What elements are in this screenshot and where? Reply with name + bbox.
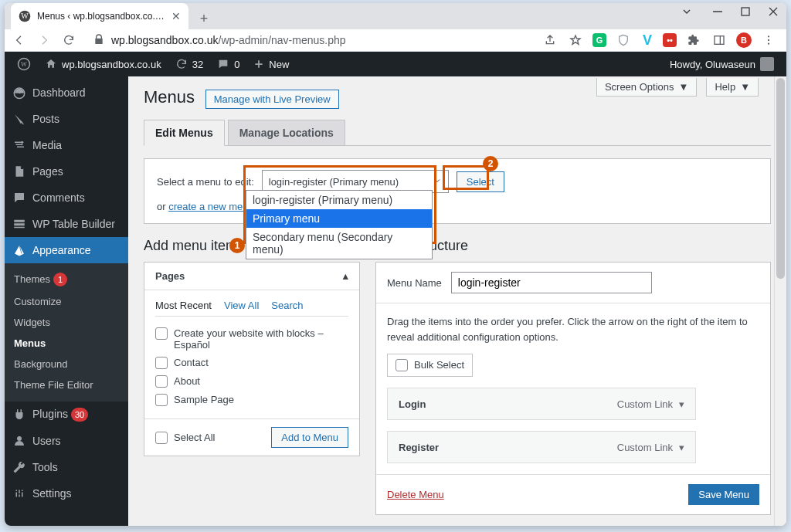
- shield-icon[interactable]: [615, 32, 632, 49]
- vimeo-icon[interactable]: V: [640, 33, 654, 47]
- sidebar-item-plugins[interactable]: Plugins30: [5, 402, 128, 428]
- maximize-icon[interactable]: [740, 6, 751, 17]
- tab-edit-menus[interactable]: Edit Menus: [144, 120, 225, 146]
- tab-title: Menus ‹ wp.blogsandbox.co.uk – ...: [37, 11, 165, 22]
- page-option-label: Create your website with blocks – Españo…: [174, 327, 348, 351]
- sub-item-theme-file-editor[interactable]: Theme File Editor: [5, 374, 128, 395]
- back-icon[interactable]: [11, 32, 28, 49]
- sidebar-item-appearance[interactable]: Appearance: [5, 237, 128, 263]
- sub-item-widgets[interactable]: Widgets: [5, 312, 128, 333]
- caret-down-icon[interactable]: ▾: [679, 442, 684, 453]
- page-option-label: Contact: [174, 357, 209, 368]
- sidebar-item-dashboard[interactable]: Dashboard: [5, 80, 128, 106]
- menu-select-dropdown-list[interactable]: login-register (Primary menu) Primary me…: [246, 190, 433, 259]
- extension-icon[interactable]: ••: [663, 33, 677, 47]
- checkbox[interactable]: [155, 394, 168, 406]
- comments-count: 0: [234, 59, 239, 70]
- page-option[interactable]: Sample Page: [155, 391, 348, 409]
- sidebar-item-settings[interactable]: Settings: [5, 480, 128, 507]
- tab-search[interactable]: Search: [271, 300, 303, 311]
- profile-avatar[interactable]: B: [736, 32, 752, 48]
- menu-item-register[interactable]: Register Custom Link▾: [387, 431, 696, 463]
- chevron-down-icon[interactable]: [678, 3, 695, 20]
- sub-item-menus[interactable]: Menus: [5, 333, 128, 354]
- checkbox[interactable]: [155, 432, 168, 444]
- sub-item-themes[interactable]: Themes1: [5, 268, 128, 291]
- checkbox[interactable]: [155, 357, 168, 369]
- puzzle-icon[interactable]: [685, 32, 702, 49]
- howdy-text: Howdy, Oluwaseun: [670, 59, 755, 70]
- save-menu-button[interactable]: Save Menu: [688, 484, 759, 505]
- menu-item-type: Custom Link: [617, 398, 673, 410]
- sidepanel-icon[interactable]: [711, 32, 728, 49]
- new-tab-button[interactable]: +: [193, 8, 215, 29]
- new-link[interactable]: New: [249, 59, 294, 70]
- admin-sidebar: Dashboard Posts Media Pages Comments WP …: [5, 76, 128, 526]
- sidebar-item-users[interactable]: Users: [5, 428, 128, 454]
- page-option[interactable]: About: [155, 372, 348, 391]
- page-option[interactable]: Contact: [155, 354, 348, 372]
- menu-name-label: Menu Name: [387, 277, 442, 289]
- reload-icon[interactable]: [60, 32, 77, 49]
- kebab-icon[interactable]: [760, 32, 777, 49]
- tab-most-recent[interactable]: Most Recent: [155, 300, 212, 311]
- sidebar-item-tools[interactable]: Tools: [5, 454, 128, 480]
- site-link[interactable]: wp.blogsandbox.co.uk: [40, 58, 166, 70]
- scrollbar[interactable]: [774, 76, 786, 526]
- updates-count: 32: [192, 59, 203, 70]
- select-all[interactable]: Select All: [155, 429, 215, 447]
- tab-view-all[interactable]: View All: [224, 300, 259, 311]
- live-preview-button[interactable]: Manage with Live Preview: [205, 90, 339, 109]
- help-button[interactable]: Help ▼: [706, 78, 759, 97]
- sidebar-item-wp-table[interactable]: WP Table Builder: [5, 211, 128, 237]
- caret-up-icon[interactable]: ▴: [343, 270, 348, 282]
- menu-select-box: Select a menu to edit: login-register (P…: [144, 158, 771, 224]
- forward-icon[interactable]: [36, 32, 53, 49]
- dropdown-option[interactable]: login-register (Primary menu): [246, 191, 432, 209]
- page-option[interactable]: Create your website with blocks – Españo…: [155, 324, 348, 354]
- screen-options-button[interactable]: Screen Options ▼: [596, 78, 697, 97]
- sidebar-item-label: Comments: [32, 191, 85, 204]
- menu-name-input[interactable]: [451, 272, 652, 293]
- annotation-badge-2: 2: [483, 156, 498, 171]
- sidebar-item-label: Pages: [32, 165, 63, 178]
- lock-icon: [93, 33, 105, 48]
- dropdown-value: login-register (Primary menu): [269, 176, 399, 188]
- sidebar-item-media[interactable]: Media: [5, 132, 128, 158]
- updates-link[interactable]: 32: [171, 58, 208, 70]
- share-icon[interactable]: [541, 32, 558, 49]
- dropdown-option-selected[interactable]: Primary menu: [246, 209, 432, 228]
- sub-item-background[interactable]: Background: [5, 354, 128, 374]
- url-field[interactable]: wp.blogsandbox.co.uk/wp-admin/nav-menus.…: [85, 29, 534, 51]
- howdy-link[interactable]: Howdy, Oluwaseun: [665, 57, 779, 71]
- menu-item-login[interactable]: Login Custom Link▾: [387, 388, 696, 420]
- bulk-select[interactable]: Bulk Select: [387, 354, 473, 377]
- sidebar-item-comments[interactable]: Comments: [5, 185, 128, 211]
- sub-item-customize[interactable]: Customize: [5, 291, 128, 312]
- sidebar-item-label: Appearance: [32, 244, 91, 256]
- drag-instructions: Drag the items into the order you prefer…: [387, 314, 759, 344]
- checkbox[interactable]: [396, 359, 408, 371]
- grammarly-icon[interactable]: G: [592, 33, 606, 47]
- browser-tab[interactable]: W Menus ‹ wp.blogsandbox.co.uk – ... ✕: [11, 3, 188, 29]
- checkbox[interactable]: [155, 375, 168, 388]
- add-to-menu-button[interactable]: Add to Menu: [271, 427, 348, 448]
- comments-link[interactable]: 0: [212, 58, 244, 70]
- wp-logo-icon[interactable]: W: [12, 57, 36, 71]
- sidebar-item-label: Plugins30: [32, 408, 88, 422]
- sidebar-item-posts[interactable]: Posts: [5, 106, 128, 132]
- star-icon[interactable]: [567, 32, 584, 49]
- checkbox[interactable]: [155, 327, 168, 340]
- minimize-icon[interactable]: [712, 6, 723, 17]
- delete-menu-link[interactable]: Delete Menu: [387, 489, 444, 500]
- caret-down-icon[interactable]: ▾: [679, 398, 684, 410]
- sidebar-item-pages[interactable]: Pages: [5, 158, 128, 185]
- select-menu-label: Select a menu to edit:: [157, 176, 254, 188]
- close-icon[interactable]: ✕: [171, 10, 181, 22]
- select-button[interactable]: Select: [457, 171, 504, 192]
- window-close-icon[interactable]: [768, 6, 779, 17]
- tab-manage-locations[interactable]: Manage Locations: [228, 120, 345, 145]
- site-name: wp.blogsandbox.co.uk: [62, 59, 161, 70]
- dropdown-option[interactable]: Secondary menu (Secondary menu): [246, 228, 432, 259]
- create-new-menu-link[interactable]: create a new menu: [168, 201, 254, 212]
